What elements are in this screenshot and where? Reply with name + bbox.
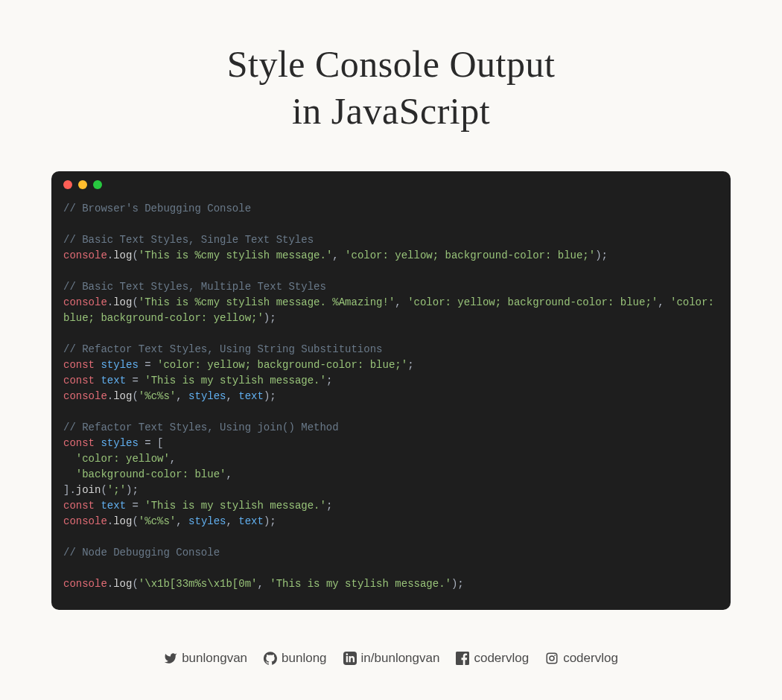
code-token: 'color: yellow' — [76, 453, 170, 465]
code-token: , — [226, 390, 239, 402]
code-token: console — [63, 296, 107, 308]
close-icon — [63, 180, 72, 189]
maximize-icon — [93, 180, 102, 189]
code-body: // Browser's Debugging Console // Basic … — [51, 198, 731, 610]
code-token: ); — [126, 484, 139, 496]
code-token: 'This is my stylish message.' — [144, 375, 326, 386]
code-token: log — [113, 515, 132, 527]
code-comment: // Basic Text Styles, Multiple Text Styl… — [63, 281, 326, 293]
social-twitter[interactable]: bunlongvan — [164, 651, 247, 666]
instagram-icon — [545, 652, 559, 665]
title-line-1: Style Console Output — [227, 43, 556, 85]
linkedin-icon — [343, 652, 357, 665]
code-token: ; — [407, 359, 413, 371]
code-token: const — [63, 359, 95, 371]
code-window: // Browser's Debugging Console // Basic … — [51, 171, 731, 610]
page-title-block: Style Console Output in JavaScript — [0, 0, 782, 171]
github-icon — [264, 652, 277, 665]
code-token: text — [101, 500, 126, 512]
social-facebook[interactable]: codervlog — [456, 651, 529, 666]
code-token: 'color: yellow; background-color: blue;' — [157, 359, 407, 371]
code-token: ( — [132, 515, 138, 527]
code-token: 'This is %cmy stylish message.' — [139, 249, 332, 261]
code-token: = — [139, 359, 157, 371]
code-token: . — [107, 515, 113, 527]
code-token: '\x1b[33m%s\x1b[0m' — [139, 578, 258, 590]
code-token: styles — [101, 359, 138, 371]
social-label: bunlong — [282, 651, 327, 666]
facebook-icon — [456, 652, 469, 665]
code-token: log — [113, 249, 132, 261]
code-token: ; — [326, 500, 332, 512]
code-token: 'This is my stylish message.' — [144, 500, 326, 512]
window-chrome — [51, 171, 731, 198]
code-token: join — [76, 484, 101, 496]
code-token: , — [176, 515, 188, 527]
code-token: . — [107, 578, 113, 590]
code-token: . — [107, 296, 113, 308]
code-token: '%c%s' — [139, 515, 176, 527]
social-label: codervlog — [474, 651, 529, 666]
code-token: text — [238, 515, 264, 527]
code-token: , — [226, 468, 232, 480]
code-token: ); — [595, 249, 608, 261]
social-label: bunlongvan — [182, 651, 247, 666]
code-token: styles — [101, 437, 138, 449]
code-token: = — [126, 375, 144, 386]
code-comment: // Refactor Text Styles, Using String Su… — [63, 343, 382, 355]
code-token: const — [63, 437, 95, 449]
code-token: ( — [132, 296, 138, 308]
code-token: = [ — [139, 437, 164, 449]
code-token: ';' — [107, 484, 126, 496]
code-comment: // Node Debugging Console — [63, 547, 220, 559]
code-token: 'background-color: blue' — [76, 468, 226, 480]
social-instagram[interactable]: codervlog — [545, 651, 618, 666]
code-token: console — [63, 515, 107, 527]
code-token: 'color: yellow; background-color: blue;' — [345, 249, 595, 261]
code-token: console — [63, 578, 107, 590]
minimize-icon — [78, 180, 87, 189]
code-token: 'This is my stylish message.' — [270, 578, 451, 590]
code-token: , — [176, 390, 188, 402]
code-token: ( — [132, 390, 138, 402]
code-token: styles — [188, 515, 226, 527]
code-token: console — [63, 249, 107, 261]
code-token: ( — [101, 484, 107, 496]
code-token: 'color: yellow; background-color: blue;' — [407, 296, 658, 308]
page-title: Style Console Output in JavaScript — [0, 41, 782, 134]
code-comment: // Refactor Text Styles, Using join() Me… — [63, 421, 339, 433]
social-label: in/bunlongvan — [361, 651, 440, 666]
code-token: text — [238, 390, 264, 402]
code-token: ( — [132, 249, 138, 261]
code-token: , — [332, 249, 345, 261]
code-comment: // Basic Text Styles, Single Text Styles — [63, 234, 314, 246]
code-token: text — [101, 375, 126, 386]
social-github[interactable]: bunlong — [264, 651, 327, 666]
code-token: , — [226, 515, 239, 527]
code-token: log — [113, 390, 132, 402]
code-token: . — [107, 390, 113, 402]
code-token: '%c%s' — [139, 390, 176, 402]
code-token: ]. — [63, 484, 76, 496]
code-token: = — [126, 500, 144, 512]
code-token: ; — [326, 375, 332, 386]
social-links: bunlongvan bunlong in/bunlongvan codervl… — [0, 651, 782, 666]
code-token: ( — [132, 578, 138, 590]
code-token: , — [257, 578, 270, 590]
code-token: ); — [264, 312, 276, 324]
code-token: log — [113, 296, 132, 308]
social-label: codervlog — [563, 651, 618, 666]
code-token: log — [113, 578, 132, 590]
code-token: ); — [451, 578, 464, 590]
code-token: const — [63, 500, 95, 512]
code-token: 'This is %cmy stylish message. %Amazing!… — [139, 296, 395, 308]
twitter-icon — [164, 652, 177, 665]
social-linkedin[interactable]: in/bunlongvan — [343, 651, 440, 666]
code-token: , — [658, 296, 670, 308]
code-token: . — [107, 249, 113, 261]
code-token: , — [395, 296, 407, 308]
code-token: ); — [264, 390, 276, 402]
code-token: ); — [264, 515, 276, 527]
title-line-2: in JavaScript — [292, 90, 490, 132]
code-token: , — [170, 453, 176, 465]
